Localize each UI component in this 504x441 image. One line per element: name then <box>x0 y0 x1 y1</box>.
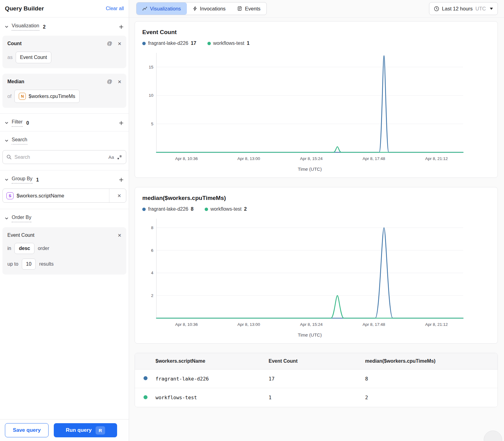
page-title: Query Builder <box>5 5 44 12</box>
series-dot <box>144 395 148 399</box>
add-visualization-button[interactable] <box>119 24 124 29</box>
tab-events[interactable]: Events <box>231 2 266 15</box>
cell-script-name: fragrant-lake-d226 <box>156 376 269 382</box>
cell-script-name: workflows-test <box>156 395 269 400</box>
viz-alias-value: Event Count <box>20 55 47 60</box>
viz-card-prefix: as <box>7 55 13 60</box>
floating-helper-button[interactable] <box>484 431 502 441</box>
remove-order-by-icon[interactable]: × <box>118 232 121 238</box>
series-name: fragrant-lake-d226 <box>148 41 188 46</box>
table-row[interactable]: workflows-test 1 2 <box>135 388 498 407</box>
order-limit-input[interactable]: 10 <box>22 259 36 270</box>
close-icon[interactable]: × <box>118 41 121 47</box>
main-header: Visualizations Invocations Events <box>129 0 504 18</box>
viz-alias-field[interactable]: Event Count <box>16 52 51 63</box>
viz-card-title: Count <box>7 41 22 46</box>
svg-text:Apr 8, 10:36: Apr 8, 10:36 <box>175 322 198 327</box>
viz-field-value: $workers.cpuTimeMs <box>29 94 75 99</box>
order-by-section-label: Order By <box>12 215 31 222</box>
run-query-label: Run query <box>66 427 92 433</box>
chevron-down-icon[interactable] <box>4 178 9 182</box>
search-section-header: Search <box>0 131 129 149</box>
chevron-down-icon[interactable] <box>4 217 9 221</box>
visualization-card-count: Count @ × as Event Count <box>2 36 126 68</box>
tab-label: Invocations <box>200 6 226 12</box>
main-content: Visualizations Invocations Events <box>129 0 504 441</box>
svg-text:Time (UTC): Time (UTC) <box>298 166 322 172</box>
order-by-card: Event Count × in desc order up to 10 res… <box>2 227 126 275</box>
add-filter-button[interactable] <box>119 120 124 126</box>
search-icon <box>6 154 12 160</box>
column-header-median: median($workers.cpuTimeMs) <box>365 358 498 364</box>
tab-visualizations[interactable]: Visualizations <box>136 2 187 15</box>
string-type-icon: S <box>6 192 14 199</box>
column-header-script-name: $workers.scriptName <box>156 358 269 364</box>
line-chart-canvas: 51015Apr 8, 10:36Apr 8, 13:00Apr 8, 15:2… <box>142 50 490 173</box>
svg-text:Apr 8, 21:12: Apr 8, 21:12 <box>425 322 448 327</box>
order-direction-select[interactable]: desc <box>14 243 34 254</box>
svg-text:2: 2 <box>151 293 153 298</box>
close-icon[interactable]: × <box>118 79 121 85</box>
series-dot <box>142 42 146 45</box>
group-by-item[interactable]: S $workers.scriptName × <box>2 189 126 203</box>
group-by-section-label: Group By <box>12 176 33 184</box>
tab-invocations[interactable]: Invocations <box>187 2 231 15</box>
clear-all-button[interactable]: Clear all <box>106 6 124 11</box>
viz-field-selector[interactable]: N $workers.cpuTimeMs <box>14 90 79 103</box>
search-input[interactable] <box>14 154 106 160</box>
chevron-down-icon[interactable] <box>4 121 9 125</box>
line-chart-canvas: 2468Apr 8, 10:36Apr 8, 13:00Apr 8, 15:24… <box>142 216 490 339</box>
visualization-section-label: Visualization <box>12 23 39 31</box>
svg-text:Apr 8, 10:36: Apr 8, 10:36 <box>175 156 198 161</box>
svg-text:Apr 8, 15:24: Apr 8, 15:24 <box>300 156 323 161</box>
svg-text:Apr 8, 13:00: Apr 8, 13:00 <box>238 322 260 327</box>
regex-toggle-icon[interactable] <box>117 154 122 160</box>
chevron-down-icon[interactable] <box>4 139 9 143</box>
viz-card-title: Median <box>7 79 24 84</box>
events-note-icon <box>237 6 242 11</box>
table-row[interactable]: fragrant-lake-d226 17 8 <box>135 369 498 388</box>
tab-label: Events <box>245 6 260 12</box>
series-dot <box>207 42 211 45</box>
series-total: 8 <box>191 206 194 212</box>
remove-group-by-icon[interactable]: × <box>112 189 126 202</box>
series-dot <box>205 208 208 211</box>
svg-text:Apr 8, 21:12: Apr 8, 21:12 <box>425 156 448 161</box>
chart-line-icon <box>142 6 147 11</box>
order-results-label: results <box>39 261 53 267</box>
order-by-section-header: Order By <box>0 209 129 227</box>
filter-section-label: Filter <box>12 119 23 127</box>
case-sensitive-toggle[interactable]: Aa <box>108 154 114 160</box>
series-dot <box>142 208 146 211</box>
legend-item[interactable]: fragrant-lake-d226 17 <box>142 41 196 46</box>
svg-text:4: 4 <box>151 271 153 275</box>
order-by-field: Event Count <box>7 232 34 238</box>
svg-text:Apr 8, 17:48: Apr 8, 17:48 <box>363 322 385 327</box>
save-query-button[interactable]: Save query <box>5 423 49 437</box>
mention-icon[interactable]: @ <box>107 79 112 85</box>
sidebar-header: Query Builder Clear all <box>0 0 129 18</box>
table-header-row: $workers.scriptName Event Count median($… <box>135 353 498 369</box>
results-table-card: $workers.scriptName Event Count median($… <box>135 353 498 407</box>
svg-text:5: 5 <box>151 122 153 126</box>
chevron-down-icon[interactable] <box>4 25 9 29</box>
run-query-button[interactable]: Run query R <box>54 423 117 437</box>
chart-legend: fragrant-lake-d226 8 workflows-test 2 <box>142 206 490 212</box>
add-group-by-button[interactable] <box>119 177 124 182</box>
legend-item[interactable]: workflows-test 2 <box>205 206 247 212</box>
group-by-count: 1 <box>36 177 39 183</box>
order-upto-label: up to <box>7 261 18 267</box>
lightning-icon <box>193 6 197 11</box>
search-section-label: Search <box>12 137 27 145</box>
search-box: Aa <box>2 150 126 164</box>
filter-section-header: Filter 0 <box>0 114 129 131</box>
legend-item[interactable]: workflows-test 1 <box>207 41 250 46</box>
svg-text:15: 15 <box>149 65 153 69</box>
caret-down-icon <box>490 8 493 10</box>
series-total: 17 <box>191 41 196 46</box>
time-range-dropdown[interactable]: Last 12 hours UTC <box>429 2 498 15</box>
mention-icon[interactable]: @ <box>107 41 112 47</box>
legend-item[interactable]: fragrant-lake-d226 8 <box>142 206 194 212</box>
svg-text:Time (UTC): Time (UTC) <box>298 332 322 338</box>
order-order-label: order <box>38 246 49 251</box>
